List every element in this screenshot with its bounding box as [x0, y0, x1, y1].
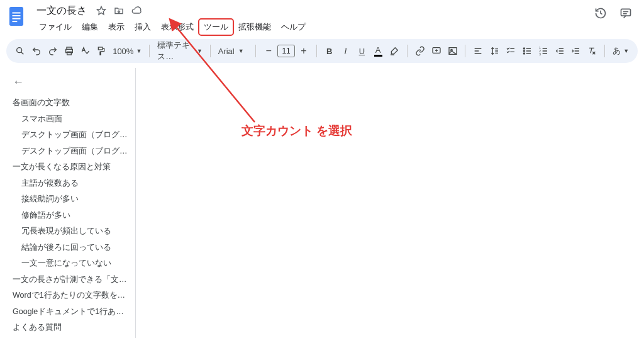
toolbar-wrap: 100%▼ 標準テキス…▼ Arial▼ − 11 + B I U A 123 … [0, 35, 644, 68]
font-size-input[interactable]: 11 [277, 45, 295, 57]
clear-formatting-icon[interactable] [584, 43, 599, 59]
docs-logo[interactable] [6, 4, 26, 29]
caret-down-icon: ▼ [623, 48, 629, 54]
outline-item[interactable]: Googleドキュメントで1行あ… [10, 304, 133, 320]
font-family-select[interactable]: Arial▼ [216, 47, 251, 56]
print-icon[interactable] [62, 43, 77, 59]
ime-value: あ [613, 45, 621, 57]
svg-rect-14 [99, 47, 103, 50]
separator [316, 45, 317, 57]
paint-format-icon[interactable] [94, 43, 109, 59]
separator [255, 45, 256, 57]
italic-icon[interactable]: I [338, 43, 353, 59]
increase-font-icon[interactable]: + [296, 43, 311, 59]
comments-icon[interactable] [619, 6, 633, 20]
outline-item[interactable]: 冗長表現が頻出している [10, 223, 133, 240]
caret-down-icon: ▼ [238, 48, 244, 54]
ime-select[interactable]: あ▼ [610, 45, 631, 57]
underline-icon[interactable]: U [354, 43, 369, 59]
outline-item[interactable]: Wordで1行あたりの文字数を… [10, 288, 133, 304]
undo-icon[interactable] [29, 43, 44, 59]
svg-point-9 [17, 48, 22, 53]
caret-down-icon: ▼ [136, 48, 142, 54]
text-color-icon[interactable]: A [370, 43, 386, 59]
menu-表示形式[interactable]: 表示形式 [156, 19, 199, 35]
outline-item[interactable]: よくある質問 [10, 320, 133, 336]
svg-marker-5 [97, 6, 105, 14]
bold-icon[interactable]: B [322, 43, 337, 59]
menu-ヘルプ[interactable]: ヘルプ [276, 19, 311, 35]
svg-rect-4 [13, 21, 18, 22]
doc-title[interactable]: 一文の長さ [34, 4, 89, 18]
separator [210, 45, 211, 57]
move-folder-icon[interactable] [113, 5, 125, 16]
header-right-icons [594, 4, 638, 20]
menu-ツール[interactable]: ツール [199, 19, 233, 35]
title-block: 一文の長さ ファイル編集表示挿入表示形式ツール拡張機能ヘルプ [34, 4, 594, 35]
menu-表示[interactable]: 表示 [103, 19, 130, 35]
separator [465, 45, 465, 57]
checklist-icon[interactable] [503, 43, 518, 59]
decrease-indent-icon[interactable] [552, 43, 567, 59]
outline-item[interactable]: まとめ [10, 336, 133, 339]
outline-item[interactable]: 一文一意になっていない [10, 256, 133, 272]
outline-item[interactable]: 一文の長さが計測できる「文… [10, 272, 133, 288]
highlight-color-icon[interactable] [387, 43, 402, 59]
menu-bar: ファイル編集表示挿入表示形式ツール拡張機能ヘルプ [34, 19, 594, 35]
svg-point-31 [523, 50, 525, 52]
svg-rect-1 [13, 13, 21, 14]
paragraph-style-select[interactable]: 標準テキス…▼ [155, 40, 205, 62]
outline-item[interactable]: 各画面の文字数 [10, 95, 133, 111]
separator [604, 45, 605, 57]
outline-item[interactable]: デスクトップ画面（ブログ… [10, 127, 133, 144]
add-comment-icon[interactable] [429, 43, 444, 59]
separator [149, 45, 150, 57]
zoom-value: 100% [113, 47, 133, 56]
outline-item[interactable]: 接続助詞が多い [10, 191, 133, 208]
annotation-text: 文字カウント を選択 [242, 123, 352, 139]
menu-編集[interactable]: 編集 [77, 19, 103, 35]
outline-list: 各画面の文字数スマホ画面デスクトップ画面（ブログ…デスクトップ画面（ブログ…一文… [10, 95, 133, 338]
decrease-font-icon[interactable]: − [261, 43, 276, 59]
document-canvas[interactable] [136, 68, 644, 338]
increase-indent-icon[interactable] [569, 43, 584, 59]
separator [407, 45, 408, 57]
menu-ファイル[interactable]: ファイル [34, 19, 77, 35]
align-icon[interactable] [470, 43, 486, 59]
svg-rect-3 [13, 18, 21, 20]
outline-close-icon[interactable]: ← [10, 73, 133, 95]
star-icon[interactable] [96, 5, 107, 16]
outline-item[interactable]: 結論が後ろに回っている [10, 240, 133, 256]
body-area: ← 各画面の文字数スマホ画面デスクトップ画面（ブログ…デスクトップ画面（ブログ…… [0, 68, 644, 338]
svg-line-10 [21, 52, 24, 55]
numbered-list-icon[interactable]: 123 [536, 43, 551, 59]
cloud-status-icon[interactable] [131, 5, 142, 16]
menu-挿入[interactable]: 挿入 [130, 19, 156, 35]
caret-down-icon: ▼ [197, 48, 203, 54]
outline-item[interactable]: 主語が複数ある [10, 176, 133, 192]
search-icon[interactable] [13, 43, 28, 59]
outline-item[interactable]: 修飾語が多い [10, 208, 133, 224]
insert-image-icon[interactable] [445, 43, 460, 59]
redo-icon[interactable] [45, 43, 60, 59]
outline-panel: ← 各画面の文字数スマホ画面デスクトップ画面（ブログ…デスクトップ画面（ブログ…… [0, 68, 136, 338]
spellcheck-icon[interactable] [77, 43, 92, 59]
menu-拡張機能[interactable]: 拡張機能 [233, 19, 276, 35]
bulleted-list-icon[interactable] [519, 43, 535, 59]
paragraph-style-value: 標準テキス… [157, 40, 193, 62]
svg-point-30 [523, 48, 525, 49]
svg-text:3: 3 [539, 53, 541, 56]
line-spacing-icon[interactable] [487, 43, 502, 59]
outline-item[interactable]: 一文が長くなる原因と対策 [10, 159, 133, 176]
toolbar: 100%▼ 標準テキス…▼ Arial▼ − 11 + B I U A 123 … [6, 39, 638, 63]
header: 一文の長さ ファイル編集表示挿入表示形式ツール拡張機能ヘルプ [0, 0, 644, 35]
outline-item[interactable]: デスクトップ画面（ブログ… [10, 144, 133, 160]
history-icon[interactable] [594, 6, 608, 20]
svg-point-32 [523, 53, 525, 54]
outline-item[interactable]: スマホ画面 [10, 111, 133, 128]
zoom-select[interactable]: 100%▼ [110, 47, 144, 56]
insert-link-icon[interactable] [413, 43, 428, 59]
svg-rect-6 [621, 9, 631, 16]
svg-rect-2 [13, 15, 21, 16]
font-family-value: Arial [218, 47, 235, 56]
